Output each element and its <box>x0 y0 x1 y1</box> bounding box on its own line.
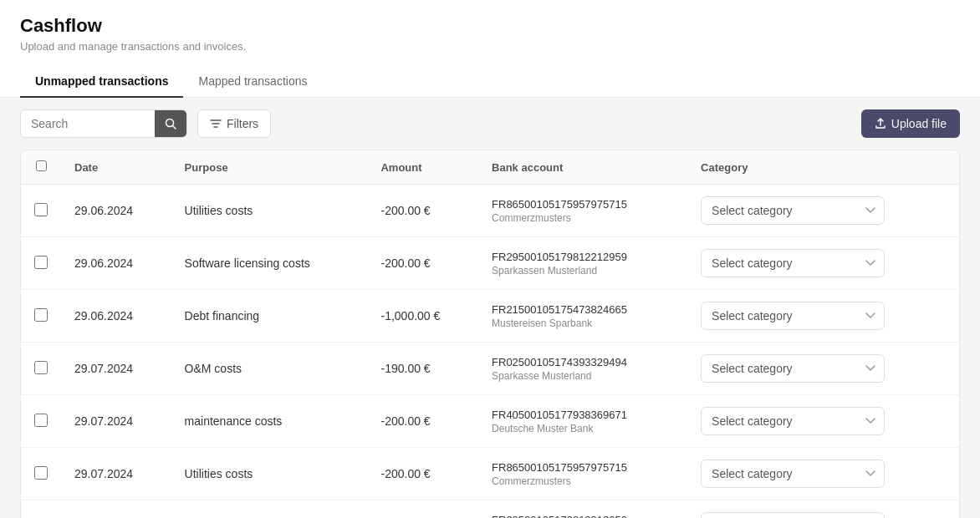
row-date: 29.07.2024 <box>61 343 171 395</box>
col-checkbox <box>21 150 61 185</box>
toolbar-left: Filters <box>20 109 271 138</box>
row-category-cell: Select categoryOperating costsSoftwareFi… <box>687 448 959 500</box>
category-select-4[interactable]: Select categoryOperating costsSoftwareFi… <box>701 407 885 435</box>
row-amount: -200.00 € <box>367 448 478 500</box>
row-checkbox-5[interactable] <box>34 466 48 480</box>
row-checkbox-3[interactable] <box>34 361 48 374</box>
category-select-3[interactable]: Select categoryOperating costsSoftwareFi… <box>701 354 885 383</box>
row-date: 29.07.2024 <box>61 395 171 448</box>
search-button[interactable] <box>155 110 186 137</box>
row-checkbox-cell <box>21 185 61 237</box>
table-row: 29.07.2024 maintenance costs -200.00 € F… <box>21 395 959 448</box>
upload-icon <box>875 118 886 130</box>
row-checkbox-4[interactable] <box>34 414 48 427</box>
search-icon <box>165 118 176 130</box>
select-all-checkbox[interactable] <box>36 160 47 171</box>
row-bank-account: FR21500105175473824665 Mustereisen Sparb… <box>478 290 687 343</box>
transactions-table-container: Date Purpose Amount Bank account Categor… <box>20 150 960 518</box>
table-header-row: Date Purpose Amount Bank account Categor… <box>21 150 959 185</box>
filters-button[interactable]: Filters <box>197 109 271 138</box>
row-amount: -200.00 € <box>367 500 478 519</box>
tab-bar: Unmapped transactions Mapped transaction… <box>20 66 960 97</box>
category-select-2[interactable]: Select categoryOperating costsSoftwareFi… <box>701 302 885 330</box>
row-amount: -200.00 € <box>367 395 478 448</box>
row-category-cell: Select categoryOperating costsSoftwareFi… <box>687 237 959 290</box>
toolbar: Filters Upload file <box>0 98 980 150</box>
row-checkbox-1[interactable] <box>34 256 48 269</box>
row-checkbox-cell <box>21 290 61 343</box>
filters-label: Filters <box>227 117 258 130</box>
col-bank-account: Bank account <box>478 150 687 185</box>
search-wrapper <box>20 109 187 138</box>
upload-button[interactable]: Upload file <box>861 109 960 138</box>
svg-line-1 <box>173 126 176 130</box>
row-bank-account: FR29500105179812212959 Sparkassen Muster… <box>478 500 687 519</box>
row-checkbox-cell <box>21 500 61 519</box>
row-category-cell: Select categoryOperating costsSoftwareFi… <box>687 343 959 395</box>
row-bank-account: FR02500105174393329494 Sparkasse Musterl… <box>478 343 687 395</box>
search-input[interactable] <box>21 110 155 137</box>
category-select-6[interactable]: Select categoryOperating costsSoftwareFi… <box>701 512 885 518</box>
row-category-cell: Select categoryOperating costsSoftwareFi… <box>687 185 959 237</box>
app-subtitle: Upload and manage transactions and invoi… <box>20 40 960 53</box>
row-purpose: Debt financing <box>171 290 368 343</box>
row-date: 29.06.2024 <box>61 185 171 237</box>
row-purpose: Utilities costs <box>171 185 368 237</box>
row-purpose: Utilities costs <box>171 448 368 500</box>
table-row: 29.06.2024 Software licensing costs -200… <box>21 237 959 290</box>
row-amount: -200.00 € <box>367 237 478 290</box>
tab-unmapped[interactable]: Unmapped transactions <box>20 66 183 98</box>
row-checkbox-cell <box>21 343 61 395</box>
row-category-cell: Select categoryOperating costsSoftwareFi… <box>687 290 959 343</box>
col-category: Category <box>687 150 959 185</box>
row-category-cell: Select categoryOperating costsSoftwareFi… <box>687 500 959 519</box>
category-select-1[interactable]: Select categoryOperating costsSoftwareFi… <box>701 249 885 277</box>
row-bank-account: FR29500105179812212959 Sparkassen Muster… <box>478 237 687 290</box>
row-bank-account: FR40500105177938369671 Deutsche Muster B… <box>478 395 687 448</box>
row-amount: -200.00 € <box>367 185 478 237</box>
row-purpose: Software licensing costs <box>171 237 368 290</box>
app-title: Cashflow <box>20 15 960 37</box>
table-row: 29.07.2024 Utilities costs -200.00 € FR8… <box>21 448 959 500</box>
col-purpose: Purpose <box>171 150 368 185</box>
row-bank-account: FR86500105175957975715 Commerzmusters <box>478 185 687 237</box>
row-purpose: O&M costs <box>171 343 368 395</box>
row-purpose: maintenance costs <box>171 395 368 448</box>
col-date: Date <box>61 150 171 185</box>
transactions-table: Date Purpose Amount Bank account Categor… <box>21 150 959 518</box>
table-row: 29.07.2024 Software licensing costs -200… <box>21 500 959 519</box>
row-date: 29.06.2024 <box>61 290 171 343</box>
row-amount: -190.00 € <box>367 343 478 395</box>
row-amount: -1,000.00 € <box>367 290 478 343</box>
row-checkbox-cell <box>21 448 61 500</box>
row-purpose: Software licensing costs <box>171 500 368 519</box>
row-checkbox-cell <box>21 237 61 290</box>
row-date: 29.06.2024 <box>61 237 171 290</box>
row-checkbox-2[interactable] <box>34 308 48 322</box>
table-row: 29.07.2024 O&M costs -190.00 € FR0250010… <box>21 343 959 395</box>
table-row: 29.06.2024 Utilities costs -200.00 € FR8… <box>21 185 959 237</box>
upload-label: Upload file <box>891 117 947 130</box>
table-row: 29.06.2024 Debt financing -1,000.00 € FR… <box>21 290 959 343</box>
row-bank-account: FR86500105175957975715 Commerzmusters <box>478 448 687 500</box>
tab-mapped[interactable]: Mapped transactions <box>183 66 322 98</box>
app-header: Cashflow Upload and manage transactions … <box>0 0 980 98</box>
row-checkbox-0[interactable] <box>34 203 48 216</box>
row-date: 29.07.2024 <box>61 448 171 500</box>
row-date: 29.07.2024 <box>61 500 171 519</box>
col-amount: Amount <box>367 150 478 185</box>
row-checkbox-cell <box>21 395 61 448</box>
category-select-5[interactable]: Select categoryOperating costsSoftwareFi… <box>701 460 885 488</box>
filter-icon <box>210 118 222 130</box>
row-category-cell: Select categoryOperating costsSoftwareFi… <box>687 395 959 448</box>
category-select-0[interactable]: Select categoryOperating costsSoftwareFi… <box>701 196 885 225</box>
